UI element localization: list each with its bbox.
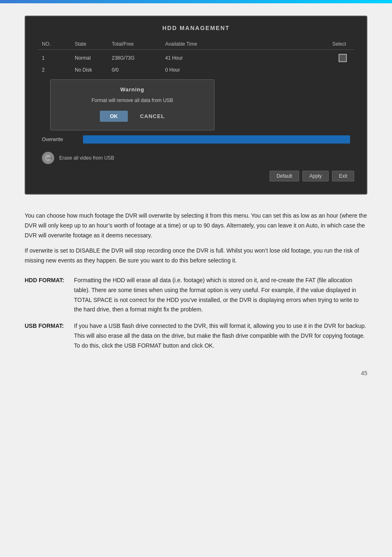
def-desc-hdd: Formatting the HDD will erase all data (… (74, 276, 367, 315)
usb-text: Erase all video from USB (59, 155, 114, 161)
header-select: Select (219, 41, 350, 47)
table-header: NO. State Total/Free Available Time Sele… (38, 39, 354, 50)
def-term-hdd: HDD FORMAT: (25, 276, 74, 315)
header-available-time: Available Time (165, 41, 219, 47)
def-desc-usb: If you have a USB flash drive connected … (74, 321, 367, 350)
ok-button[interactable]: OK (100, 111, 128, 122)
panel-title: HDD MANAGEMENT (38, 25, 354, 31)
svg-text:USB: USB (46, 156, 52, 160)
row1-total-free: 238G/73G (112, 55, 165, 61)
def-term-usb: USB FORMAT: (25, 321, 74, 350)
def-item-usb: USB FORMAT: If you have a USB flash driv… (25, 321, 367, 350)
body-para1: You can choose how much footage the DVR … (25, 211, 367, 240)
exit-button[interactable]: Exit (332, 171, 354, 181)
warning-dialog: Warning Format will remove all data from… (50, 79, 214, 130)
top-accent-bar (0, 0, 392, 3)
row2-total-free: 0/0 (112, 67, 165, 73)
row1-no: 1 (42, 55, 75, 61)
overwrite-bar[interactable] (83, 135, 350, 144)
table-row: 1 Normal 238G/73G 41 Hour (38, 51, 354, 65)
body-para2: If overwrite is set to DISABLE the DVR w… (25, 246, 367, 266)
hdd-panel-wrapper: HDD MANAGEMENT NO. State Total/Free Avai… (0, 3, 392, 203)
row1-select-checkbox[interactable] (339, 54, 347, 62)
bottom-buttons: Default Apply Exit (38, 171, 354, 181)
row2-no: 2 (42, 67, 75, 73)
overwrite-row: Overwrite (38, 135, 354, 144)
table-row: 2 No Disk 0/0 0 Hour (38, 65, 354, 75)
header-no: NO. (42, 41, 75, 47)
header-total-free: Total/Free (112, 41, 165, 47)
header-state: State (75, 41, 112, 47)
body-text: You can choose how much footage the DVR … (0, 203, 392, 276)
usb-section: USB Erase all video from USB (38, 152, 354, 164)
def-list: HDD FORMAT: Formatting the HDD will eras… (0, 276, 392, 366)
hdd-management-panel: HDD MANAGEMENT NO. State Total/Free Avai… (25, 16, 367, 195)
warning-text: Format will remove all data from USB (59, 97, 206, 103)
def-item-hdd: HDD FORMAT: Formatting the HDD will eras… (25, 276, 367, 315)
row2-state: No Disk (75, 67, 112, 73)
row2-available-time: 0 Hour (165, 67, 219, 73)
row1-available-time: 41 Hour (165, 55, 219, 61)
default-button[interactable]: Default (270, 171, 299, 181)
overwrite-label: Overwrite (42, 137, 79, 142)
warning-buttons: OK CANCEL (59, 111, 206, 122)
page-number: 45 (0, 366, 392, 385)
usb-icon: USB (42, 152, 54, 164)
cancel-button[interactable]: CANCEL (140, 111, 165, 122)
apply-button[interactable]: Apply (302, 171, 329, 181)
warning-title: Warning (59, 86, 206, 93)
row1-state: Normal (75, 55, 112, 61)
